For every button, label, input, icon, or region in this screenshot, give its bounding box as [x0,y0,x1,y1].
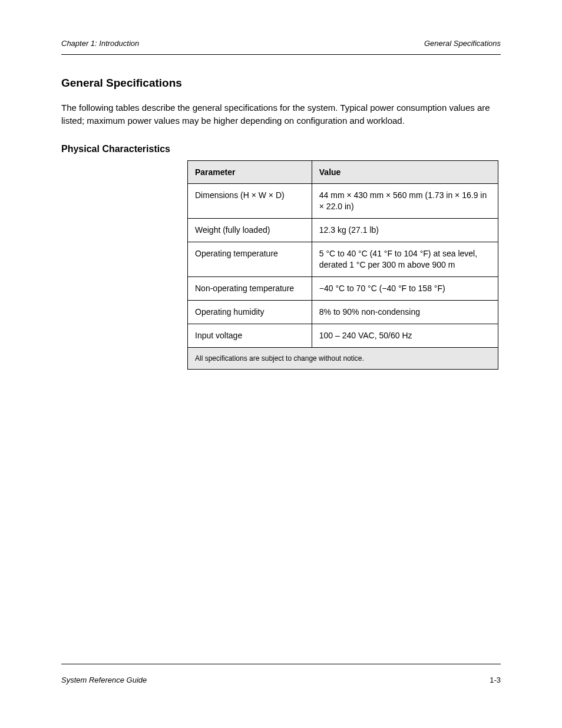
table-footer-row: All specifications are subject to change… [188,347,498,369]
running-header-right: General Specifications [424,39,501,48]
table-title: Physical Characteristics [61,144,501,154]
table-header-row: Parameter Value [188,160,498,184]
table-cell-param: Weight (fully loaded) [188,219,312,242]
table-cell-value: 12.3 kg (27.1 lb) [312,219,498,242]
table-row: Non-operating temperature −40 °C to 70 °… [188,276,498,300]
section-heading: General Specifications [61,77,501,90]
table-row: Input voltage 100 – 240 VAC, 50/60 Hz [188,324,498,347]
page-number: 1-3 [490,676,501,684]
table-cell-value: 44 mm × 430 mm × 560 mm (1.73 in × 16.9 … [312,184,498,219]
table-cell-param: Operating humidity [188,300,312,324]
table-cell-param: Input voltage [188,324,312,347]
footer-rule [61,664,501,664]
intro-paragraph: The following tables describe the genera… [61,101,501,127]
table-cell-param: Operating temperature [188,242,312,277]
spec-table: Parameter Value Dimensions (H × W × D) 4… [187,160,498,370]
table-row: Operating temperature 5 °C to 40 °C (41 … [188,242,498,277]
footer-title: System Reference Guide [61,676,147,684]
table-cell-param: Non-operating temperature [188,276,312,300]
table-cell-param: Dimensions (H × W × D) [188,184,312,219]
table-footer-note: All specifications are subject to change… [188,347,498,369]
table-row: Operating humidity 8% to 90% non-condens… [188,300,498,324]
header-rule [61,54,501,55]
table-cell-value: −40 °C to 70 °C (−40 °F to 158 °F) [312,276,498,300]
table-row: Weight (fully loaded) 12.3 kg (27.1 lb) [188,219,498,242]
table-header-parameter: Parameter [188,160,312,184]
table-cell-value: 100 – 240 VAC, 50/60 Hz [312,324,498,347]
running-header-left: Chapter 1: Introduction [61,39,139,48]
table-cell-value: 5 °C to 40 °C (41 °F to 104 °F) at sea l… [312,242,498,277]
table-row: Dimensions (H × W × D) 44 mm × 430 mm × … [188,184,498,219]
table-cell-value: 8% to 90% non-condensing [312,300,498,324]
table-header-value: Value [312,160,498,184]
